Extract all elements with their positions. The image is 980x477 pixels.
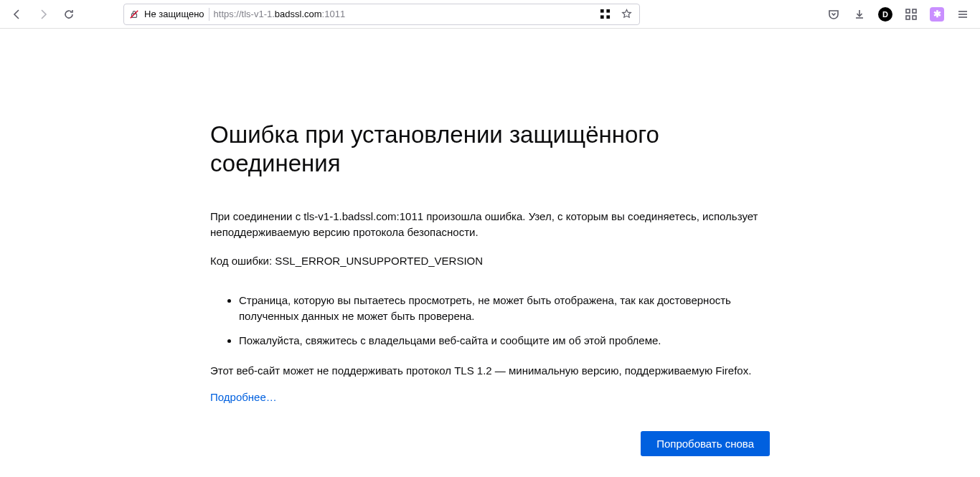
- pocket-icon[interactable]: [822, 3, 845, 26]
- apps-grid-icon[interactable]: [900, 3, 923, 26]
- extension-purple-icon[interactable]: ✱: [925, 3, 948, 26]
- error-description: При соединении с tls-v1-1.badssl.com:101…: [210, 209, 770, 240]
- svg-rect-7: [913, 9, 916, 13]
- learn-more-link[interactable]: Подробнее…: [210, 391, 277, 403]
- app-menu-icon[interactable]: [951, 3, 974, 26]
- svg-rect-2: [600, 9, 603, 13]
- list-item: Пожалуйста, свяжитесь с владельцами веб-…: [239, 333, 770, 349]
- separator: [209, 8, 209, 21]
- svg-rect-8: [906, 16, 910, 19]
- svg-rect-6: [906, 9, 910, 13]
- insecure-lock-icon: [128, 9, 140, 20]
- error-title: Ошибка при установлении защищённого соед…: [210, 121, 770, 177]
- extension-dark-icon[interactable]: D: [874, 3, 897, 26]
- url-text: https://tls-v1-1.badssl.com:1011: [214, 9, 592, 19]
- retry-button[interactable]: Попробовать снова: [641, 431, 770, 456]
- svg-rect-5: [606, 15, 610, 19]
- qr-icon[interactable]: [596, 6, 613, 23]
- browser-toolbar: Не защищено https://tls-v1-1.badssl.com:…: [0, 0, 980, 29]
- tls-note: Этот веб-сайт может не поддерживать прот…: [210, 363, 770, 379]
- back-button[interactable]: [6, 3, 29, 26]
- svg-rect-4: [600, 15, 603, 19]
- error-page: Ошибка при установлении защищённого соед…: [0, 29, 980, 456]
- reload-button[interactable]: [57, 3, 80, 26]
- error-bullet-list: Страница, которую вы пытаетесь просмотре…: [210, 293, 770, 348]
- svg-rect-9: [913, 16, 916, 19]
- forward-button[interactable]: [32, 3, 55, 26]
- url-bar[interactable]: Не защищено https://tls-v1-1.badssl.com:…: [123, 4, 640, 25]
- security-label: Не защищено: [144, 9, 204, 19]
- bookmark-star-icon[interactable]: [618, 6, 635, 23]
- svg-rect-3: [606, 9, 610, 13]
- list-item: Страница, которую вы пытаетесь просмотре…: [239, 293, 770, 324]
- downloads-icon[interactable]: [848, 3, 871, 26]
- error-code: Код ошибки: SSL_ERROR_UNSUPPORTED_VERSIO…: [210, 253, 770, 269]
